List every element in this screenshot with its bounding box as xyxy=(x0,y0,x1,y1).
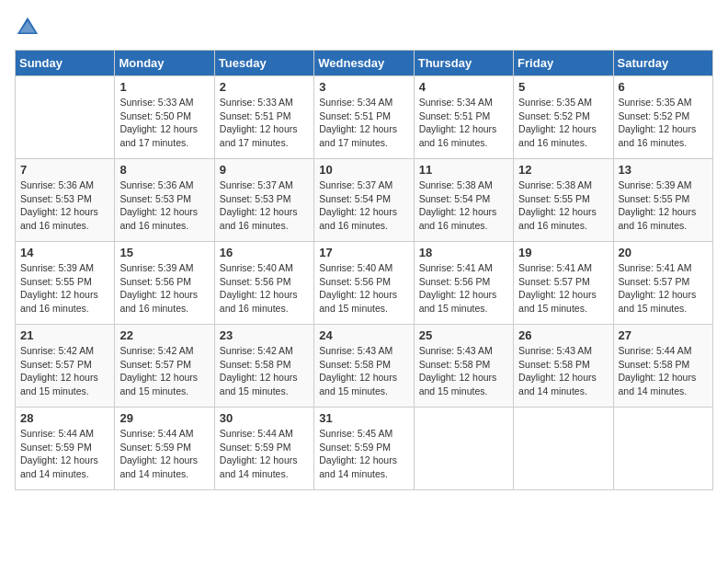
day-cell: 8Sunrise: 5:36 AMSunset: 5:53 PMDaylight… xyxy=(115,159,214,242)
day-info: Sunrise: 5:44 AMSunset: 5:59 PMDaylight:… xyxy=(119,427,209,481)
day-number: 24 xyxy=(319,328,408,342)
day-cell: 13Sunrise: 5:39 AMSunset: 5:55 PMDayligh… xyxy=(613,159,712,242)
day-number: 10 xyxy=(319,163,408,177)
day-number: 26 xyxy=(518,328,608,342)
calendar-header: SundayMondayTuesdayWednesdayThursdayFrid… xyxy=(16,51,713,76)
day-number: 7 xyxy=(20,163,109,177)
logo xyxy=(15,15,44,40)
header-row: SundayMondayTuesdayWednesdayThursdayFrid… xyxy=(16,51,713,76)
day-cell xyxy=(613,408,712,490)
day-cell: 19Sunrise: 5:41 AMSunset: 5:57 PMDayligh… xyxy=(514,242,613,325)
day-info: Sunrise: 5:33 AMSunset: 5:50 PMDaylight:… xyxy=(119,96,209,150)
day-info: Sunrise: 5:41 AMSunset: 5:57 PMDaylight:… xyxy=(518,261,608,316)
day-number: 16 xyxy=(220,246,309,259)
header-cell-sunday: Sunday xyxy=(16,51,115,76)
day-cell: 23Sunrise: 5:42 AMSunset: 5:58 PMDayligh… xyxy=(214,325,313,408)
day-info: Sunrise: 5:42 AMSunset: 5:58 PMDaylight:… xyxy=(220,344,309,398)
day-number: 11 xyxy=(419,163,508,177)
day-number: 6 xyxy=(619,80,708,94)
day-cell: 3Sunrise: 5:34 AMSunset: 5:51 PMDaylight… xyxy=(314,76,414,159)
day-number: 3 xyxy=(319,80,408,94)
day-info: Sunrise: 5:42 AMSunset: 5:57 PMDaylight:… xyxy=(20,344,109,398)
day-info: Sunrise: 5:36 AMSunset: 5:53 PMDaylight:… xyxy=(20,178,109,233)
day-number: 31 xyxy=(319,411,408,425)
day-number: 9 xyxy=(220,163,309,177)
day-number: 28 xyxy=(20,411,109,425)
day-number: 15 xyxy=(119,246,209,259)
day-number: 23 xyxy=(220,328,309,342)
day-number: 2 xyxy=(220,80,309,94)
day-cell xyxy=(514,408,613,490)
day-info: Sunrise: 5:37 AMSunset: 5:54 PMDaylight:… xyxy=(319,178,408,233)
day-cell: 17Sunrise: 5:40 AMSunset: 5:56 PMDayligh… xyxy=(314,242,414,325)
day-cell: 21Sunrise: 5:42 AMSunset: 5:57 PMDayligh… xyxy=(16,325,115,408)
day-info: Sunrise: 5:42 AMSunset: 5:57 PMDaylight:… xyxy=(119,344,209,398)
day-number: 1 xyxy=(119,80,209,94)
header-cell-friday: Friday xyxy=(514,51,613,76)
day-cell: 15Sunrise: 5:39 AMSunset: 5:56 PMDayligh… xyxy=(115,242,214,325)
day-number: 14 xyxy=(20,246,109,259)
week-row-1: 1Sunrise: 5:33 AMSunset: 5:50 PMDaylight… xyxy=(16,76,713,159)
day-cell: 11Sunrise: 5:38 AMSunset: 5:54 PMDayligh… xyxy=(414,159,513,242)
day-info: Sunrise: 5:33 AMSunset: 5:51 PMDaylight:… xyxy=(220,96,309,150)
week-row-4: 21Sunrise: 5:42 AMSunset: 5:57 PMDayligh… xyxy=(16,325,713,408)
day-info: Sunrise: 5:38 AMSunset: 5:55 PMDaylight:… xyxy=(518,178,608,233)
day-info: Sunrise: 5:44 AMSunset: 5:59 PMDaylight:… xyxy=(20,427,109,481)
day-number: 21 xyxy=(20,328,109,342)
day-cell: 28Sunrise: 5:44 AMSunset: 5:59 PMDayligh… xyxy=(16,408,115,490)
day-cell: 26Sunrise: 5:43 AMSunset: 5:58 PMDayligh… xyxy=(514,325,613,408)
day-info: Sunrise: 5:43 AMSunset: 5:58 PMDaylight:… xyxy=(419,344,508,398)
day-cell: 22Sunrise: 5:42 AMSunset: 5:57 PMDayligh… xyxy=(115,325,214,408)
day-info: Sunrise: 5:35 AMSunset: 5:52 PMDaylight:… xyxy=(619,96,708,150)
day-cell: 14Sunrise: 5:39 AMSunset: 5:55 PMDayligh… xyxy=(16,242,115,325)
week-row-5: 28Sunrise: 5:44 AMSunset: 5:59 PMDayligh… xyxy=(16,408,713,490)
day-cell: 30Sunrise: 5:44 AMSunset: 5:59 PMDayligh… xyxy=(214,408,313,490)
day-info: Sunrise: 5:43 AMSunset: 5:58 PMDaylight:… xyxy=(518,344,608,398)
day-cell: 10Sunrise: 5:37 AMSunset: 5:54 PMDayligh… xyxy=(314,159,414,242)
day-cell: 1Sunrise: 5:33 AMSunset: 5:50 PMDaylight… xyxy=(115,76,214,159)
header-cell-tuesday: Tuesday xyxy=(214,51,313,76)
logo-icon xyxy=(15,15,40,40)
day-number: 22 xyxy=(119,328,209,342)
day-number: 18 xyxy=(419,246,508,259)
day-info: Sunrise: 5:45 AMSunset: 5:59 PMDaylight:… xyxy=(319,427,408,481)
calendar-table: SundayMondayTuesdayWednesdayThursdayFrid… xyxy=(15,50,713,490)
day-number: 13 xyxy=(619,163,708,177)
day-info: Sunrise: 5:37 AMSunset: 5:53 PMDaylight:… xyxy=(220,178,309,233)
day-info: Sunrise: 5:40 AMSunset: 5:56 PMDaylight:… xyxy=(319,261,408,316)
day-number: 4 xyxy=(419,80,508,94)
day-cell xyxy=(16,76,115,159)
day-info: Sunrise: 5:34 AMSunset: 5:51 PMDaylight:… xyxy=(319,96,408,150)
day-cell: 12Sunrise: 5:38 AMSunset: 5:55 PMDayligh… xyxy=(514,159,613,242)
day-info: Sunrise: 5:44 AMSunset: 5:59 PMDaylight:… xyxy=(220,427,309,481)
day-info: Sunrise: 5:44 AMSunset: 5:58 PMDaylight:… xyxy=(619,344,708,398)
day-number: 19 xyxy=(518,246,608,259)
day-cell: 16Sunrise: 5:40 AMSunset: 5:56 PMDayligh… xyxy=(214,242,313,325)
day-cell: 29Sunrise: 5:44 AMSunset: 5:59 PMDayligh… xyxy=(115,408,214,490)
day-info: Sunrise: 5:36 AMSunset: 5:53 PMDaylight:… xyxy=(119,178,209,233)
day-info: Sunrise: 5:43 AMSunset: 5:58 PMDaylight:… xyxy=(319,344,408,398)
day-info: Sunrise: 5:40 AMSunset: 5:56 PMDaylight:… xyxy=(220,261,309,316)
header-cell-thursday: Thursday xyxy=(414,51,513,76)
day-cell: 7Sunrise: 5:36 AMSunset: 5:53 PMDaylight… xyxy=(16,159,115,242)
day-number: 17 xyxy=(319,246,408,259)
day-cell: 27Sunrise: 5:44 AMSunset: 5:58 PMDayligh… xyxy=(613,325,712,408)
day-number: 30 xyxy=(220,411,309,425)
day-cell xyxy=(414,408,513,490)
day-cell: 4Sunrise: 5:34 AMSunset: 5:51 PMDaylight… xyxy=(414,76,513,159)
day-number: 12 xyxy=(518,163,608,177)
day-cell: 20Sunrise: 5:41 AMSunset: 5:57 PMDayligh… xyxy=(613,242,712,325)
day-info: Sunrise: 5:34 AMSunset: 5:51 PMDaylight:… xyxy=(419,96,508,150)
day-info: Sunrise: 5:39 AMSunset: 5:55 PMDaylight:… xyxy=(20,261,109,316)
day-cell: 31Sunrise: 5:45 AMSunset: 5:59 PMDayligh… xyxy=(314,408,414,490)
page-header xyxy=(15,15,713,40)
day-number: 5 xyxy=(518,80,608,94)
day-info: Sunrise: 5:35 AMSunset: 5:52 PMDaylight:… xyxy=(518,96,608,150)
day-number: 20 xyxy=(619,246,708,259)
week-row-3: 14Sunrise: 5:39 AMSunset: 5:55 PMDayligh… xyxy=(16,242,713,325)
week-row-2: 7Sunrise: 5:36 AMSunset: 5:53 PMDaylight… xyxy=(16,159,713,242)
day-number: 25 xyxy=(419,328,508,342)
day-number: 29 xyxy=(119,411,209,425)
day-info: Sunrise: 5:41 AMSunset: 5:57 PMDaylight:… xyxy=(619,261,708,316)
day-cell: 5Sunrise: 5:35 AMSunset: 5:52 PMDaylight… xyxy=(514,76,613,159)
